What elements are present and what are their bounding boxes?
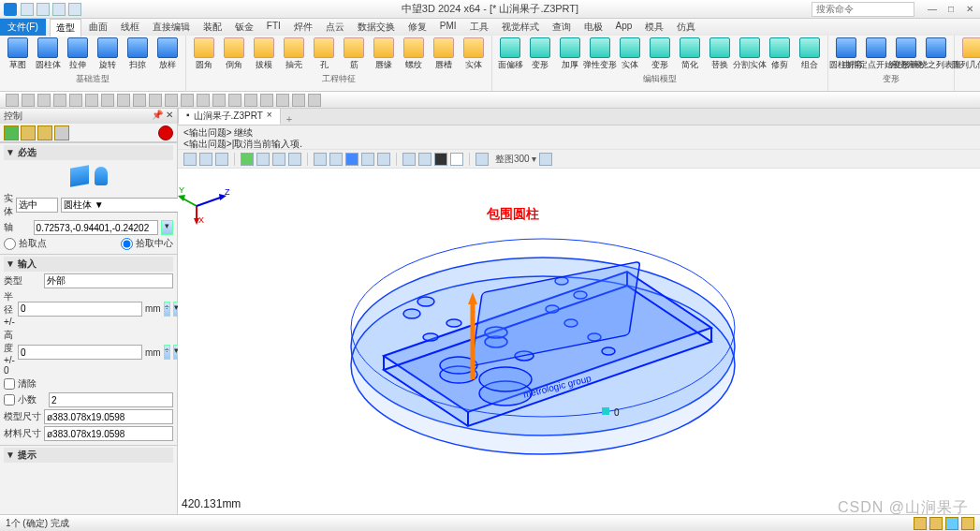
ribbon-button[interactable]: 变形 <box>646 37 674 71</box>
subdiv-input[interactable] <box>49 392 173 407</box>
ribbon-button[interactable]: 缠绕之列表面 <box>922 37 950 71</box>
vt-icon[interactable] <box>256 153 270 166</box>
ribbon-tab[interactable]: 模具 <box>639 19 669 37</box>
ribbon-button[interactable]: 分割实体 <box>736 37 764 71</box>
maximize-button[interactable]: □ <box>944 4 958 15</box>
cube-icon[interactable] <box>70 165 89 187</box>
ribbon-tab[interactable]: PMI <box>434 19 462 37</box>
ribbon-button[interactable]: 替换 <box>706 37 734 71</box>
tb2-icon[interactable] <box>22 94 35 107</box>
ribbon-tab[interactable]: 装配 <box>197 19 227 37</box>
ribbon-button[interactable]: 筋 <box>340 37 368 71</box>
axis-value-input[interactable] <box>34 220 158 235</box>
tb2-icon[interactable] <box>276 94 289 107</box>
command-search-input[interactable] <box>812 2 914 17</box>
tb2-icon[interactable] <box>69 94 82 107</box>
vt-icon[interactable] <box>377 153 390 166</box>
reset-icon[interactable] <box>54 125 69 140</box>
tb2-icon[interactable] <box>85 94 98 107</box>
ribbon-tab[interactable]: 曲面 <box>83 19 113 37</box>
clear-checkbox[interactable] <box>4 378 15 390</box>
tb2-icon[interactable] <box>181 94 194 107</box>
ribbon-button[interactable]: 倒角 <box>220 37 248 71</box>
vt-icon[interactable] <box>361 153 374 166</box>
tb2-icon[interactable] <box>228 94 241 107</box>
qat-redo-icon[interactable] <box>52 3 66 16</box>
ribbon-button[interactable]: 圆角 <box>190 37 218 71</box>
minimize-button[interactable]: — <box>926 4 939 15</box>
ribbon-button[interactable]: 简化 <box>676 37 704 71</box>
ribbon-tab[interactable]: 直接编辑 <box>147 19 196 37</box>
ribbon-button[interactable]: 草图 <box>4 37 32 71</box>
status-icon[interactable] <box>929 517 943 530</box>
vt-icon[interactable] <box>241 153 254 166</box>
entity-type-select[interactable] <box>61 198 185 213</box>
doc-tab-add-button[interactable]: + <box>281 113 298 125</box>
ribbon-button[interactable]: 由指定点开始变形 <box>862 37 890 71</box>
ribbon-tab[interactable]: 线框 <box>115 19 145 37</box>
ribbon-tab[interactable]: 焊件 <box>288 19 318 37</box>
tb2-icon[interactable] <box>6 94 19 107</box>
ribbon-button[interactable]: 修剪 <box>766 37 794 71</box>
vt-icon[interactable] <box>272 153 285 166</box>
status-icon[interactable] <box>914 517 927 530</box>
ok-icon[interactable] <box>4 125 19 140</box>
tb2-icon[interactable] <box>149 94 162 107</box>
ribbon-tab[interactable]: 造型 <box>50 19 81 37</box>
document-tab[interactable]: ▪ 山涧果子.Z3PRT × <box>178 108 281 125</box>
ribbon-tab[interactable]: 工具 <box>464 19 494 37</box>
tb2-icon[interactable] <box>260 94 273 107</box>
ribbon-button[interactable]: 旋转 <box>94 37 122 71</box>
ribbon-button[interactable]: 放样 <box>154 37 182 71</box>
vt-icon[interactable] <box>345 153 358 166</box>
vt-icon[interactable] <box>329 153 343 166</box>
cancel-icon[interactable] <box>21 125 36 140</box>
axis-pick-button[interactable]: ▾ <box>161 220 173 235</box>
vt-icon[interactable] <box>314 153 327 166</box>
qat-more-icon[interactable] <box>68 3 81 16</box>
vt-icon[interactable] <box>450 153 463 166</box>
tb2-icon[interactable] <box>133 94 146 107</box>
3d-viewport[interactable]: 包围圆柱 <box>178 169 980 514</box>
cylinder-icon[interactable] <box>95 167 108 185</box>
subdiv-checkbox[interactable] <box>4 394 15 406</box>
tb2-icon[interactable] <box>197 94 210 107</box>
vt-icon[interactable] <box>288 153 301 166</box>
vt-icon[interactable] <box>183 153 197 166</box>
height-spinner[interactable]: ÷ <box>164 345 170 360</box>
ribbon-button[interactable]: 唇槽 <box>430 37 458 71</box>
tb2-icon[interactable] <box>117 94 130 107</box>
tb2-icon[interactable] <box>37 94 51 107</box>
ribbon-tab[interactable]: 修复 <box>402 19 432 37</box>
file-menu-button[interactable]: 文件(F) <box>0 19 46 36</box>
vt-icon[interactable] <box>434 153 447 166</box>
ribbon-button[interactable]: 面偏移 <box>496 37 524 71</box>
ribbon-button[interactable]: 加厚 <box>556 37 584 71</box>
qat-save-icon[interactable] <box>21 3 34 16</box>
ribbon-tab[interactable]: 数据交换 <box>352 19 401 37</box>
apply-icon[interactable] <box>37 125 52 140</box>
doc-tab-close-icon[interactable]: × <box>267 110 272 123</box>
tb2-icon[interactable] <box>292 94 305 107</box>
ribbon-button[interactable]: 实体 <box>616 37 644 71</box>
vt-icon[interactable] <box>475 153 489 166</box>
ribbon-button[interactable]: 孔 <box>310 37 338 71</box>
qat-undo-icon[interactable] <box>37 3 50 16</box>
ribbon-tab[interactable]: FTI <box>261 19 286 37</box>
ribbon-tab[interactable]: 钣金 <box>229 19 259 37</box>
pickcenter-radio[interactable] <box>121 238 133 250</box>
radius-spinner[interactable]: ÷ <box>164 302 170 317</box>
tb2-icon[interactable] <box>212 94 226 107</box>
warning-icon[interactable] <box>158 125 173 140</box>
ribbon-button[interactable]: 圆柱体 <box>34 37 62 71</box>
scale-dropdown[interactable]: 整图300 ▾ <box>495 153 536 166</box>
vt-icon[interactable] <box>215 153 228 166</box>
ribbon-button[interactable]: 扫掠 <box>124 37 152 71</box>
entity-dropdown[interactable] <box>16 198 58 213</box>
status-icon[interactable] <box>945 517 958 530</box>
radius-input[interactable] <box>18 302 142 317</box>
tb2-icon[interactable] <box>165 94 178 107</box>
ribbon-tab[interactable]: 点云 <box>320 19 350 37</box>
height-input[interactable] <box>18 345 142 360</box>
ribbon-tab[interactable]: 仿真 <box>671 19 701 37</box>
